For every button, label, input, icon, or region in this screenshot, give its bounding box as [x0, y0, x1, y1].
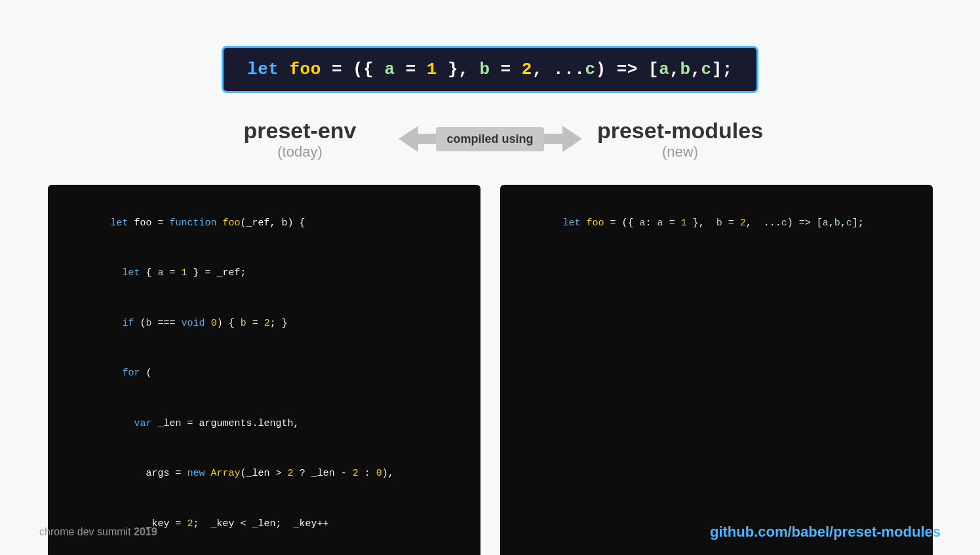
- code-line: var _len = arguments.length,: [64, 398, 465, 449]
- code-line: args = new Array(_len > 2 ? _len - 2 : 0…: [64, 449, 465, 499]
- code-line: if (b === void 0) { b = 2; }: [64, 298, 465, 349]
- footer: chrome dev summit 2019 github.com/babel/…: [0, 524, 980, 541]
- arrow-container: compiled using: [392, 113, 589, 165]
- code-line: ) {: [64, 549, 465, 556]
- slide: let foo = ({ a = 1 }, b = 2, ...c) => [a…: [0, 0, 980, 555]
- preset-env-block: preset-env (today): [208, 117, 392, 161]
- preset-env-label: preset-env: [244, 117, 357, 144]
- preset-env-sub: (today): [277, 144, 322, 161]
- code-line: let { a = 1 } = _ref;: [64, 248, 465, 299]
- top-code-box: let foo = ({ a = 1 }, b = 2, ...c) => [a…: [222, 46, 758, 93]
- code-line: for (: [64, 349, 465, 399]
- kw-let: let: [247, 60, 289, 79]
- code-line: let foo = function foo(_ref, b) {: [64, 198, 465, 248]
- middle-section: preset-env (today) compiled using preset…: [39, 113, 941, 165]
- compiled-using-label: compiled using: [436, 127, 543, 151]
- preset-modules-block: preset-modules (new): [589, 117, 772, 161]
- right-code-panel: let foo = ({ a: a = 1 }, b = 2, ...c) =>…: [500, 185, 933, 555]
- arrow-shape: compiled using: [399, 119, 582, 159]
- brand-name: chrome dev summit: [39, 526, 131, 537]
- preset-modules-label: preset-modules: [597, 117, 763, 144]
- brand-year: 2019: [134, 526, 157, 537]
- preset-modules-sub: (new): [662, 144, 698, 161]
- footer-brand: chrome dev summit 2019: [39, 526, 157, 538]
- left-code-panel: let foo = function foo(_ref, b) { let { …: [48, 185, 480, 555]
- code-line: let foo = ({ a: a = 1 }, b = 2, ...c) =>…: [516, 198, 917, 248]
- bottom-panels: let foo = function foo(_ref, b) { let { …: [39, 185, 941, 555]
- footer-link: github.com/babel/preset-modules: [710, 524, 941, 541]
